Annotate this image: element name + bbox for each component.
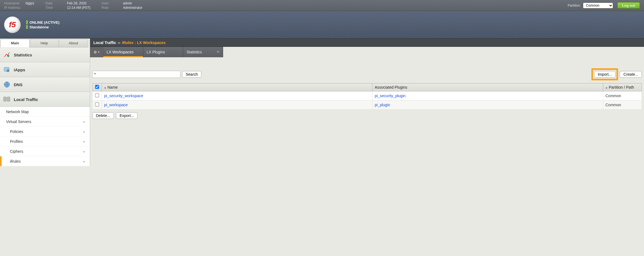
globe-icon [3, 81, 10, 88]
partition-cell: Common [603, 91, 642, 100]
sort-icon: ◆ [104, 86, 106, 89]
topbar: Hostname:bigip1 IP Address: DateFeb 28, … [0, 0, 644, 11]
crumb-root: Local Traffic [93, 40, 116, 45]
svg-point-2 [7, 69, 9, 72]
subtab-statistics[interactable]: Statistics ⇱ [183, 47, 223, 57]
col-partition[interactable]: ◆Partition / Path [603, 83, 642, 91]
subnav-network-map[interactable]: Network Map [0, 107, 90, 117]
window-gear-icon [3, 66, 10, 73]
sidebar: Main Help About Statistics iApps DNS [0, 39, 90, 166]
main-panel: Local Traffic ›› iRules : LX Workspaces … [90, 39, 644, 166]
chevron-right-icon: ▸ [83, 139, 85, 144]
navtab-help[interactable]: Help [30, 39, 59, 47]
nav-statistics[interactable]: Statistics [0, 47, 90, 62]
subnav-ciphers[interactable]: Ciphers▸ [0, 146, 90, 156]
export-button[interactable]: Export... [116, 112, 137, 119]
date-value: Feb 28, 2020 [67, 1, 86, 6]
crumb-sep: ›› [118, 40, 120, 45]
status-standalone: Standalone [29, 25, 49, 29]
partition-label: Partition: [568, 4, 581, 7]
subnav-virtual-servers[interactable]: Virtual Servers▸ [0, 117, 90, 127]
nav-dns[interactable]: DNS [0, 77, 90, 92]
servers-icon [3, 96, 10, 103]
navtab-about[interactable]: About [59, 39, 88, 47]
subtab-row: ⚙ ▼ LX Workspaces LX Plugins Statistics … [90, 47, 644, 57]
create-button[interactable]: Create... [620, 71, 642, 78]
col-name[interactable]: ◆Name [102, 83, 372, 91]
role-label: Role: [101, 6, 121, 10]
chevron-right-icon: ▸ [83, 159, 85, 164]
workspace-table: ◆Name Associated Plugins ◆Partition / Pa… [92, 83, 642, 110]
workspace-link[interactable]: pi_security_workspace [104, 94, 143, 98]
chevron-down-icon: ▼ [98, 51, 100, 53]
subnav-policies[interactable]: Policies▸ [0, 127, 90, 137]
logout-button[interactable]: Log out [617, 2, 640, 9]
subtab-lx-plugins[interactable]: LX Plugins [143, 47, 183, 57]
crumb-leaf: iRules : LX Workspaces [122, 40, 166, 45]
time-label: Time [45, 6, 65, 10]
status-indicator-icon [26, 20, 28, 24]
svg-point-0 [7, 55, 9, 57]
subnav-profiles[interactable]: Profiles▸ [0, 137, 90, 146]
popout-icon: ⇱ [217, 50, 220, 54]
table-row: pi_security_workspace pi_security_plugin… [93, 91, 642, 100]
row-checkbox[interactable] [95, 102, 99, 106]
time-value: 12:14 AM (PST) [67, 6, 90, 10]
subnav-irules[interactable]: iRules▸ [0, 156, 90, 166]
svg-rect-5 [7, 97, 10, 101]
svg-rect-4 [4, 97, 6, 101]
search-button[interactable]: Search [182, 71, 201, 78]
partition-cell: Common [603, 100, 642, 110]
plugin-link[interactable]: pi_plugin [375, 103, 390, 107]
delete-button[interactable]: Delete... [92, 112, 114, 119]
hostname-value: bigip1 [26, 1, 34, 6]
hostname-label: Hostname: [4, 1, 23, 6]
table-row: pi_workspace pi_plugin Common [93, 100, 642, 110]
f5-logo: f5 [4, 17, 21, 33]
import-highlight: Import... [591, 68, 618, 80]
select-all-checkbox[interactable] [95, 85, 99, 89]
sort-icon: ◆ [605, 86, 608, 89]
user-value: admin [123, 1, 132, 6]
subtab-lx-workspaces[interactable]: LX Workspaces [103, 47, 143, 57]
ip-label: IP Address: [4, 6, 23, 10]
partition-select[interactable]: Common [583, 2, 613, 9]
date-label: Date [45, 1, 65, 6]
user-label: User: [101, 1, 121, 6]
subnav-local-traffic: Network Map Virtual Servers▸ Policies▸ P… [0, 107, 90, 166]
nav-iapps[interactable]: iApps [0, 62, 90, 77]
import-button[interactable]: Import... [594, 71, 615, 78]
status-online: ONLINE (ACTIVE) [29, 20, 59, 24]
role-value: Administrator [123, 6, 142, 10]
gear-menu-button[interactable]: ⚙ ▼ [90, 47, 103, 57]
chart-icon [3, 51, 10, 58]
gear-icon: ⚙ [94, 50, 97, 54]
chevron-right-icon: ▸ [83, 149, 85, 154]
chevron-right-icon: ▸ [83, 129, 85, 134]
workspace-link[interactable]: pi_workspace [104, 103, 128, 107]
row-checkbox[interactable] [95, 93, 99, 97]
breadcrumb: Local Traffic ›› iRules : LX Workspaces [90, 39, 644, 47]
header: f5 ONLINE (ACTIVE) Standalone [0, 11, 644, 39]
col-plugins[interactable]: Associated Plugins [372, 83, 603, 91]
navtab-main[interactable]: Main [1, 39, 29, 47]
status-indicator-icon [26, 25, 28, 29]
nav-local-traffic[interactable]: Local Traffic [0, 92, 90, 107]
search-input[interactable] [92, 71, 180, 78]
plugin-link[interactable]: pi_security_plugin [375, 94, 405, 98]
chevron-right-icon: ▸ [83, 119, 85, 124]
